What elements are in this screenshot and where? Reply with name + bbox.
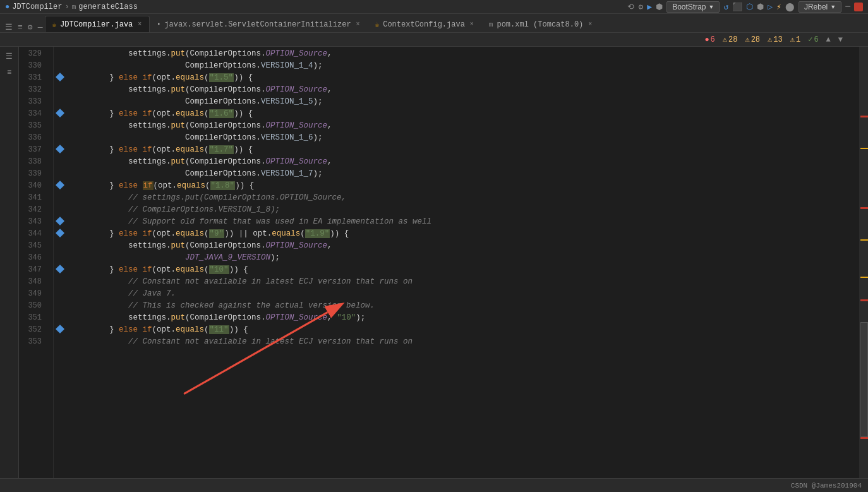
- scroll-down-icon[interactable]: ▼: [838, 35, 843, 44]
- gutter-347: [54, 263, 66, 275]
- tab-close-pom[interactable]: ×: [587, 20, 593, 28]
- project-icon: ●: [5, 3, 9, 11]
- close-button[interactable]: [854, 3, 863, 11]
- code-line-350: // This is checked against the actual ve…: [66, 300, 850, 312]
- breadcrumb-project[interactable]: JDTCompiler: [12, 3, 62, 11]
- tab-contextconfig[interactable]: ☕ ContextConfig.java ×: [368, 16, 482, 32]
- jrebel-button[interactable]: JRebel ▼: [799, 1, 841, 13]
- toolbar-icon-11[interactable]: ⬤: [785, 2, 795, 12]
- tab-pom[interactable]: m pom.xml (Tomcat8.0) ×: [482, 16, 600, 32]
- left-sidebar: ☰ ≡: [0, 47, 19, 492]
- line-num-351: 351: [19, 312, 47, 324]
- tab-close-servlet[interactable]: ×: [355, 20, 361, 28]
- line-num-340: 340: [19, 180, 47, 192]
- java-icon: ☕: [52, 20, 56, 28]
- toolbar-icon-5[interactable]: ↺: [723, 2, 728, 12]
- code-line-338: settings.put(CompilerOptions.OPTION_Sour…: [66, 156, 850, 168]
- toolbar-icon-6[interactable]: ⬛: [732, 2, 742, 12]
- scroll-strip[interactable]: [859, 47, 868, 492]
- code-line-344: } else if(opt.equals("9")) || opt.equals…: [66, 228, 850, 240]
- tab-bar-icon-2[interactable]: ≡: [15, 23, 25, 32]
- code-line-347: } else if(opt.equals("10")) {: [66, 264, 850, 276]
- code-line-339: CompilerOptions.VERSION_1_7);: [66, 168, 850, 180]
- minimize-button[interactable]: ─: [845, 2, 850, 11]
- error-marker-4: [860, 437, 868, 439]
- info-icon: ⚠: [768, 35, 772, 44]
- gutter-334: [54, 107, 66, 119]
- toolbar-icon-3[interactable]: ▶: [647, 2, 652, 12]
- gutter-351: [54, 311, 66, 323]
- code-line-346: JDT_JAVA_9_VERSION);: [66, 252, 850, 264]
- tab-jdtcompiler[interactable]: ☕ JDTCompiler.java ×: [45, 16, 150, 32]
- tab-bar-icon-4[interactable]: —: [35, 23, 45, 32]
- sidebar-icon-1[interactable]: ☰: [3, 49, 16, 63]
- code-line-345: settings.put(CompilerOptions.OPTION_Sour…: [66, 240, 850, 252]
- bootstrap-button[interactable]: BootStrap ▼: [666, 1, 720, 13]
- sidebar-icon-2[interactable]: ≡: [3, 66, 16, 80]
- warning-marker-2: [860, 239, 868, 241]
- toolbar-icon-8[interactable]: ⬢: [757, 2, 764, 12]
- code-line-353: // Constant not available in latest ECJ …: [66, 336, 850, 348]
- bootstrap-dropdown-icon: ▼: [709, 4, 714, 10]
- error-icon: ●: [704, 35, 709, 44]
- warning-icon-2: ⚠: [745, 35, 749, 44]
- code-line-341: // settings.put(CompilerOptions.OPTION_S…: [66, 192, 850, 204]
- info-count: ⚠ 13: [768, 35, 783, 44]
- code-line-348: // Constant not available in latest ECJ …: [66, 276, 850, 288]
- gutter-343: [54, 215, 66, 227]
- scrollbar-thumb[interactable]: [860, 322, 868, 437]
- line-num-344: 344: [19, 228, 47, 240]
- breadcrumb-icon-m: m: [72, 3, 76, 11]
- gutter: [54, 47, 66, 492]
- breadcrumb-method[interactable]: generateClass: [78, 3, 138, 11]
- warning-count-2: ⚠ 28: [745, 35, 760, 44]
- code-line-340: } else if(opt.equals("1.8")) {: [66, 180, 850, 192]
- error-marker-2: [860, 207, 868, 209]
- line-num-331: 331: [19, 72, 47, 84]
- toolbar-icon-10[interactable]: ⚡: [776, 2, 781, 12]
- line-num-348: 348: [19, 276, 47, 288]
- code-line-334: } else if(opt.equals("1.6")) {: [66, 108, 850, 120]
- line-num-341: 341: [19, 192, 47, 204]
- code-line-336: CompilerOptions.VERSION_1_6);: [66, 132, 850, 144]
- gutter-345: [54, 239, 66, 251]
- toolbar-right: ⟲ ⚙ ▶ ⬢ BootStrap ▼ ↺ ⬛ ⬡ ⬢ ▷ ⚡ ⬤ JRebel…: [627, 1, 863, 13]
- toolbar-icon-7[interactable]: ⬡: [746, 2, 753, 12]
- line-num-345: 345: [19, 240, 47, 252]
- attribution-text: CSDN @James201904: [791, 482, 862, 489]
- tab-close-jdtcompiler[interactable]: ×: [136, 20, 143, 28]
- tab-label-pom: pom.xml (Tomcat8.0): [497, 20, 583, 29]
- toolbar-icon-1[interactable]: ⟲: [627, 2, 634, 12]
- right-gutter: [850, 47, 859, 492]
- code-line-352: } else if(opt.equals("11")) {: [66, 324, 850, 336]
- bottom-bar: CSDN @James201904: [0, 478, 868, 492]
- tab-label-contextconfig: ContextConfig.java: [383, 20, 465, 29]
- code-content: settings.put(CompilerOptions.OPTION_Sour…: [66, 47, 850, 492]
- line-num-338: 338: [19, 156, 47, 168]
- editor[interactable]: 329 330 331 332 333 334 335 336 337 338 …: [19, 47, 868, 492]
- bootstrap-label: BootStrap: [672, 3, 706, 11]
- main-editor-area: ☰ ≡ 329 330 331 332 333 334 335 336 337 …: [0, 47, 868, 492]
- java-icon-2: ☕: [375, 20, 380, 28]
- gutter-348: [54, 275, 66, 287]
- line-num-349: 349: [19, 288, 47, 300]
- line-num-352: 352: [19, 324, 47, 336]
- gutter-341: [54, 191, 66, 203]
- error-marker-3: [860, 299, 868, 301]
- ok-icon: ✓: [808, 35, 812, 44]
- code-line-337: } else if(opt.equals("1.7")) {: [66, 144, 850, 156]
- warning-count-1: ⚠ 28: [723, 35, 738, 44]
- tab-bar-icon-1[interactable]: ☰: [3, 22, 15, 32]
- gutter-329: [54, 47, 66, 59]
- line-num-339: 339: [19, 168, 47, 180]
- tab-bar-icon-3[interactable]: ⚙: [25, 22, 35, 32]
- toolbar-icon-9[interactable]: ▷: [768, 2, 773, 12]
- line-num-343: 343: [19, 216, 47, 228]
- line-num-347: 347: [19, 264, 47, 276]
- tab-servlet[interactable]: ▪ javax.servlet.ServletContainerInitiali…: [150, 16, 368, 32]
- scroll-up-icon[interactable]: ▲: [826, 35, 831, 44]
- toolbar-icon-2[interactable]: ⚙: [638, 2, 643, 12]
- tab-close-contextconfig[interactable]: ×: [469, 20, 475, 28]
- gutter-330: [54, 59, 66, 71]
- toolbar-icon-4[interactable]: ⬢: [656, 2, 663, 12]
